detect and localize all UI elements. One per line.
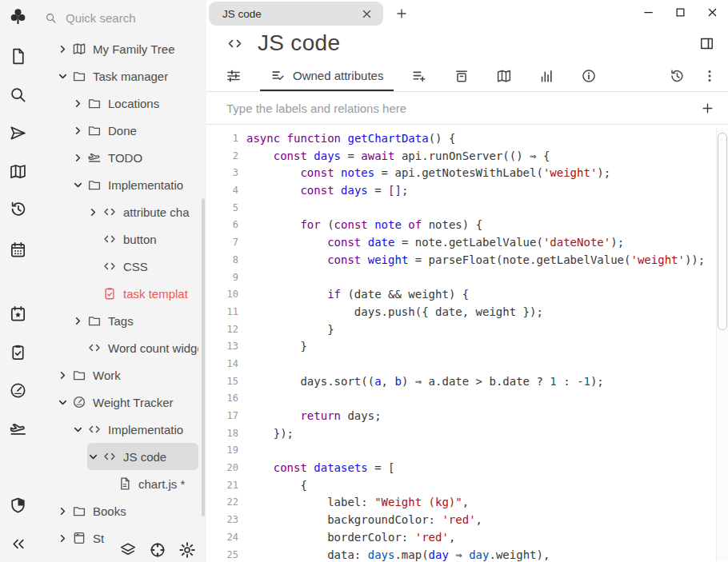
basic-properties-button[interactable] <box>226 68 242 84</box>
code-line-17[interactable]: 17 return days; <box>206 408 728 425</box>
expander-collapsed-icon[interactable] <box>57 43 72 55</box>
bar-chart-icon[interactable] <box>538 68 554 84</box>
folder-icon <box>87 177 102 192</box>
tree-item-word-count-widge[interactable]: Word count widge <box>36 334 206 361</box>
maximize-button[interactable] <box>674 6 686 18</box>
code-line-9[interactable]: 9 <box>206 269 728 287</box>
code-line-23[interactable]: 23 backgroundColor: 'red', <box>206 512 728 529</box>
tree-item-task-templat[interactable]: task templat <box>36 280 206 307</box>
code-line-4[interactable]: 4 const days = []; <box>206 182 728 200</box>
tree-item-css[interactable]: CSS <box>36 253 206 280</box>
kebab-menu-icon[interactable] <box>702 68 718 84</box>
search-icon[interactable] <box>9 86 27 104</box>
code-line-14[interactable]: 14 <box>206 356 728 373</box>
code-line-6[interactable]: 6 for (const note of notes) { <box>206 217 728 234</box>
new-note-icon[interactable] <box>9 47 27 66</box>
code-line-25[interactable]: 25 data: days.map(day ⇒ day.weight), <box>206 547 728 562</box>
collapse-tree-button[interactable] <box>9 535 27 553</box>
minimize-button[interactable] <box>642 6 654 18</box>
editor-scrollbar[interactable] <box>716 128 728 561</box>
expander-collapsed-icon[interactable] <box>72 98 87 110</box>
tree-item-task-manager[interactable]: Task manager <box>36 62 206 90</box>
tree-item-js-code[interactable]: JS code <box>36 443 206 470</box>
jump-to-note-icon[interactable] <box>9 124 27 142</box>
code-line-13[interactable]: 13 } <box>206 338 728 356</box>
expander-collapsed-icon[interactable] <box>57 532 72 544</box>
tab-close-icon[interactable] <box>361 8 373 20</box>
code-line-20[interactable]: 20 const datasets = [ <box>206 460 728 477</box>
quick-search[interactable]: Quick search <box>36 0 206 35</box>
tree-item-attribute-cha[interactable]: attribute cha <box>36 198 206 225</box>
info-circle-icon[interactable] <box>581 68 597 84</box>
code-text: { <box>246 477 307 495</box>
task-list-icon[interactable] <box>9 343 27 361</box>
expander-expanded-icon[interactable] <box>72 179 87 191</box>
archive-box-icon[interactable] <box>454 68 470 84</box>
expander-collapsed-icon[interactable] <box>57 369 72 381</box>
code-line-3[interactable]: 3 const notes = api.getNotesWithLabel('w… <box>206 165 728 182</box>
tree-item-tags[interactable]: Tags <box>36 307 206 334</box>
tree-item-implementatio[interactable]: Implementatio <box>36 171 206 198</box>
code-line-22[interactable]: 22 label: "Weight (kg)", <box>206 494 728 512</box>
crosshair-icon[interactable] <box>149 541 166 559</box>
split-pane-button[interactable] <box>699 36 714 51</box>
tree-item-weight-tracker[interactable]: Weight Tracker <box>36 389 206 416</box>
recent-changes-icon[interactable] <box>9 200 27 218</box>
code-line-16[interactable]: 16 <box>206 390 728 408</box>
tree-item-work[interactable]: Work <box>36 361 206 389</box>
add-attribute-button[interactable] <box>701 102 714 115</box>
editor-scrollbar-thumb[interactable] <box>718 133 727 330</box>
close-button[interactable] <box>706 6 718 18</box>
attribute-editor[interactable]: Type the labels and relations here <box>206 92 728 125</box>
expander-expanded-icon[interactable] <box>87 451 102 463</box>
tab-js-code[interactable]: JS code <box>209 2 383 26</box>
code-line-11[interactable]: 11 days.push({ date, weight }); <box>206 304 728 321</box>
plane-takeoff-icon[interactable] <box>9 420 27 438</box>
code-line-7[interactable]: 7 const date = note.getLabelValue('dateN… <box>206 234 728 252</box>
code-line-18[interactable]: 18 }); <box>206 425 728 443</box>
tree-item-implementatio[interactable]: Implementatio <box>36 416 206 443</box>
new-tab-button[interactable] <box>395 7 408 20</box>
tree-item-chart-js-[interactable]: chart.js * <box>36 470 206 497</box>
expander-collapsed-icon[interactable] <box>72 125 87 137</box>
code-line-5[interactable]: 5 <box>206 200 728 217</box>
layers-icon[interactable] <box>119 541 137 559</box>
code-line-19[interactable]: 19 <box>206 442 728 460</box>
history-icon[interactable] <box>669 68 685 84</box>
code-line-12[interactable]: 12 } <box>206 321 728 339</box>
code-line-10[interactable]: 10 if (date && weight) { <box>206 286 728 304</box>
tree-item-button[interactable]: button <box>36 225 206 253</box>
code-editor[interactable]: 1async function getChartData() {2 const … <box>206 125 728 561</box>
tree-item-done[interactable]: Done <box>36 117 206 144</box>
tree-item-todo[interactable]: TODO <box>36 144 206 171</box>
ribbon-tab-owned-attributes[interactable]: Owned attributes <box>260 61 394 91</box>
expander-collapsed-icon[interactable] <box>87 206 102 218</box>
expander-collapsed-icon[interactable] <box>72 315 87 327</box>
note-title[interactable]: JS code <box>258 30 699 56</box>
list-plus-icon[interactable] <box>411 68 427 84</box>
tree-item-locations[interactable]: Locations <box>36 90 206 117</box>
tree-item-books[interactable]: Books <box>36 497 206 524</box>
expander-collapsed-icon[interactable] <box>72 152 87 164</box>
shield-icon[interactable] <box>9 496 27 515</box>
code-line-21[interactable]: 21 { <box>206 477 728 495</box>
code-line-24[interactable]: 24 borderColor: 'red', <box>206 529 728 547</box>
calendar-icon[interactable] <box>9 241 27 259</box>
expander-expanded-icon[interactable] <box>72 424 87 436</box>
note-type-icon[interactable] <box>226 35 243 52</box>
expander-collapsed-icon[interactable] <box>57 505 72 517</box>
tree-scrollbar[interactable] <box>202 198 205 516</box>
code-line-1[interactable]: 1async function getChartData() { <box>206 130 728 148</box>
code-line-8[interactable]: 8 const weight = parseFloat(note.getLabe… <box>206 252 728 269</box>
code-line-2[interactable]: 2 const days = await api.runOnServer(() … <box>206 148 728 165</box>
map-book-icon[interactable] <box>496 68 512 84</box>
gauge-icon[interactable] <box>9 381 27 400</box>
settings-gear-icon[interactable] <box>178 541 196 559</box>
expander-expanded-icon[interactable] <box>57 70 72 82</box>
expander-expanded-icon[interactable] <box>57 397 72 409</box>
calendar-star-icon[interactable] <box>9 305 27 323</box>
map-book-icon[interactable] <box>9 162 27 181</box>
code-line-15[interactable]: 15 days.sort((a, b) ⇒ a.date > b.date ? … <box>206 373 728 391</box>
tree-item-my-family-tree[interactable]: My Family Tree <box>36 35 206 62</box>
trilium-logo[interactable] <box>9 7 27 26</box>
